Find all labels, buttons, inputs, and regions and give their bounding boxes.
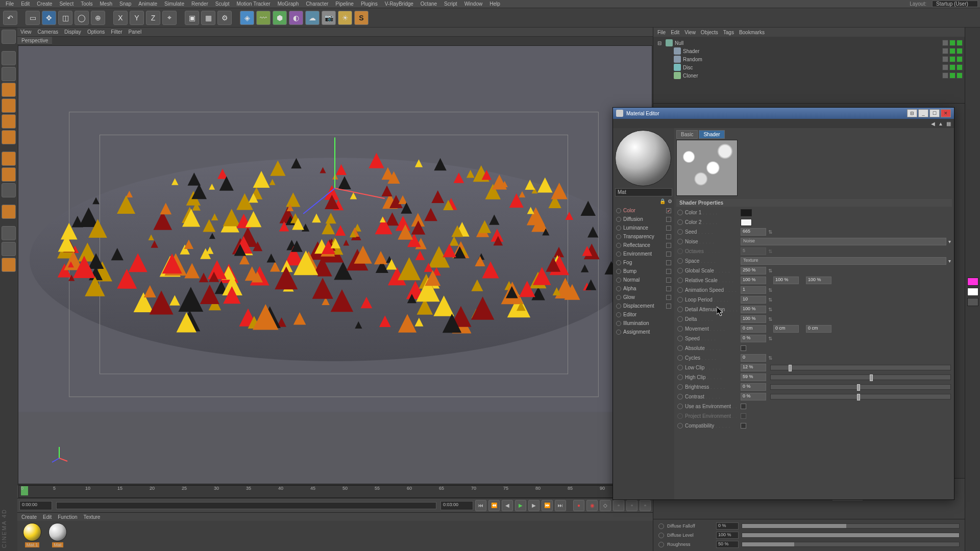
- channel-checkbox[interactable]: [666, 252, 671, 257]
- prop-input[interactable]: 0 cm: [806, 325, 831, 333]
- anim-dot-icon[interactable]: [677, 278, 683, 283]
- point-mode-button[interactable]: [2, 98, 16, 113]
- menu-plugins[interactable]: Plugins: [357, 1, 381, 7]
- vis-tag[interactable]: [949, 48, 955, 54]
- channel-diffusion[interactable]: Diffusion: [615, 215, 672, 223]
- nav-up-icon[interactable]: ▲: [938, 121, 943, 127]
- vis-tag[interactable]: [949, 64, 955, 70]
- texture-mode-button[interactable]: [2, 67, 16, 81]
- prop-input[interactable]: 100 %: [741, 315, 766, 323]
- color-swatch[interactable]: [741, 219, 752, 226]
- prop-input[interactable]: 0 %: [741, 393, 766, 400]
- matmenu-texture[interactable]: Texture: [84, 514, 101, 520]
- menu-character[interactable]: Character: [302, 1, 332, 7]
- prev-frame-button[interactable]: ◀: [502, 500, 513, 511]
- play-button[interactable]: ▶: [515, 500, 526, 511]
- poly-mode-button[interactable]: [2, 130, 16, 144]
- lock-icon[interactable]: 🔒: [659, 198, 666, 204]
- make-editable-button[interactable]: [2, 30, 16, 44]
- anim-dot-icon[interactable]: [616, 312, 621, 317]
- prop-input[interactable]: 250 %: [741, 267, 766, 274]
- axis-x-toggle[interactable]: X: [113, 11, 128, 25]
- spinner-icon[interactable]: ⇅: [768, 316, 772, 322]
- channel-checkbox[interactable]: [666, 295, 671, 300]
- timecode-end[interactable]: 0:03:00: [440, 501, 473, 510]
- channel-checkbox[interactable]: [666, 208, 671, 213]
- prop-input[interactable]: 10: [741, 296, 766, 304]
- menu-help[interactable]: Help: [486, 1, 504, 7]
- prim-cube-button[interactable]: ◈: [240, 11, 254, 25]
- channel-normal[interactable]: Normal: [615, 276, 672, 284]
- anim-dot-icon[interactable]: [616, 304, 621, 309]
- channel-luminance[interactable]: Luminance: [615, 223, 672, 232]
- prop-checkbox[interactable]: [741, 423, 746, 429]
- anim-dot-icon[interactable]: [616, 260, 621, 265]
- vis-tag[interactable]: [957, 72, 963, 79]
- timeline[interactable]: 051015202530354045505560657075808590: [17, 485, 653, 498]
- vpmenu-display[interactable]: Display: [64, 29, 81, 35]
- anim-dot-icon[interactable]: [658, 523, 664, 529]
- material-slot[interactable]: Mat.1: [21, 523, 43, 547]
- goto-end-button[interactable]: ⏭: [555, 500, 566, 511]
- anim-dot-icon[interactable]: [677, 307, 683, 312]
- menu-snap[interactable]: Snap: [116, 1, 135, 7]
- channel-transparency[interactable]: Transparency: [615, 232, 672, 241]
- prop-input[interactable]: 0 cm: [773, 325, 799, 333]
- place-tool[interactable]: ⊕: [91, 11, 105, 25]
- prop-select[interactable]: Texture: [741, 257, 946, 265]
- select-tool[interactable]: ▭: [26, 11, 40, 25]
- attr-input[interactable]: 100 %: [716, 532, 739, 539]
- object-manager[interactable]: ⊟NullShaderRandomDiscCloner: [653, 37, 965, 103]
- anim-dot-icon[interactable]: [658, 533, 664, 538]
- prev-key-button[interactable]: ⏪: [488, 500, 500, 511]
- menu-motion tracker[interactable]: Motion Tracker: [233, 1, 274, 7]
- spinner-icon[interactable]: ⇅: [768, 355, 772, 361]
- channel-alpha[interactable]: Alpha: [615, 284, 672, 293]
- attr-slider[interactable]: [742, 533, 960, 538]
- anim-dot-icon[interactable]: [616, 330, 621, 335]
- vpmenu-options[interactable]: Options: [87, 29, 105, 35]
- anim-dot-icon[interactable]: [616, 208, 621, 213]
- anim-dot-icon[interactable]: [677, 345, 683, 351]
- channel-checkbox[interactable]: [666, 260, 671, 265]
- range-slider[interactable]: [56, 502, 436, 509]
- dropdown-icon[interactable]: ▾: [948, 239, 951, 244]
- deformer-button[interactable]: ◐: [289, 11, 303, 25]
- viewport-tab[interactable]: Perspective: [17, 37, 52, 45]
- swatch-1[interactable]: [967, 278, 978, 286]
- prop-input[interactable]: 1: [741, 286, 766, 294]
- vis-tag[interactable]: [949, 40, 955, 46]
- prop-input[interactable]: 100 %: [806, 277, 831, 284]
- render-settings-button[interactable]: ⚙: [217, 11, 232, 25]
- prop-input[interactable]: 0 %: [741, 383, 766, 391]
- key-rot-button[interactable]: ▫: [626, 500, 638, 511]
- anim-dot-icon[interactable]: [616, 243, 621, 248]
- menu-pipeline[interactable]: Pipeline: [332, 1, 357, 7]
- ommenu-bookmarks[interactable]: Bookmarks: [739, 30, 765, 35]
- prop-checkbox[interactable]: [741, 413, 746, 419]
- spinner-icon[interactable]: ⇅: [768, 336, 772, 341]
- spinner-icon[interactable]: ⇅: [768, 229, 772, 235]
- camera-button[interactable]: 📷: [322, 11, 336, 25]
- substance-button[interactable]: S: [354, 11, 369, 25]
- prop-input[interactable]: 12 %: [741, 364, 766, 371]
- shader-tab-basic[interactable]: Basic: [676, 130, 698, 139]
- channel-glow[interactable]: Glow: [615, 293, 672, 302]
- channel-displacement[interactable]: Displacement: [615, 302, 672, 310]
- anim-dot-icon[interactable]: [677, 219, 683, 225]
- menu-window[interactable]: Window: [461, 1, 486, 7]
- anim-dot-icon[interactable]: [677, 316, 683, 322]
- window-pin-button[interactable]: ⊟: [907, 109, 917, 117]
- anim-dot-icon[interactable]: [616, 234, 621, 239]
- menu-create[interactable]: Create: [33, 1, 56, 7]
- menu-select[interactable]: Select: [56, 1, 77, 7]
- viewport-solo-button[interactable]: [2, 226, 16, 240]
- workplane-button[interactable]: [2, 183, 16, 197]
- model-mode-button[interactable]: [2, 51, 16, 65]
- prop-input[interactable]: 0 %: [741, 335, 766, 342]
- prop-input[interactable]: 59 %: [741, 373, 766, 381]
- material-preview[interactable]: [615, 130, 671, 186]
- vpmenu-panel[interactable]: Panel: [129, 29, 142, 35]
- anim-dot-icon[interactable]: [677, 384, 683, 390]
- color-swatch[interactable]: [741, 209, 752, 216]
